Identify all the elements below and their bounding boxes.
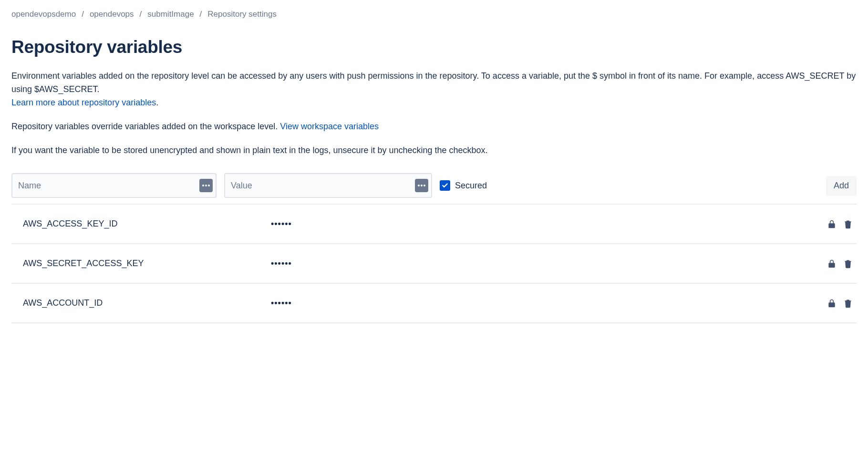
description-unsecure: If you want the variable to be stored un…	[11, 144, 857, 157]
variables-list: AWS_ACCESS_KEY_ID••••••AWS_SECRET_ACCESS…	[11, 205, 857, 323]
variable-row: AWS_SECRET_ACCESS_KEY••••••	[11, 244, 857, 284]
add-variable-form: Secured Add	[11, 167, 857, 205]
variable-name: AWS_SECRET_ACCESS_KEY	[23, 258, 271, 268]
description-intro: Environment variables added on the repos…	[11, 70, 857, 110]
breadcrumb-item[interactable]: submitImage	[147, 10, 194, 19]
trash-icon[interactable]	[843, 219, 853, 229]
variable-value-masked: ••••••	[271, 258, 827, 268]
learn-more-link[interactable]: Learn more about repository variables	[11, 98, 156, 107]
trash-icon[interactable]	[843, 259, 853, 268]
name-field-wrap	[11, 173, 217, 198]
trash-icon[interactable]	[843, 299, 853, 308]
secured-checkbox[interactable]	[440, 180, 450, 191]
variable-row: AWS_ACCESS_KEY_ID••••••	[11, 205, 857, 244]
view-workspace-variables-link[interactable]: View workspace variables	[280, 122, 379, 131]
breadcrumb: opendevopsdemo / opendevops / submitImag…	[11, 10, 857, 19]
lock-icon[interactable]	[827, 299, 837, 308]
breadcrumb-item[interactable]: Repository settings	[207, 10, 277, 19]
secured-label: Secured	[455, 181, 487, 191]
variable-name: AWS_ACCOUNT_ID	[23, 298, 271, 308]
breadcrumb-item[interactable]: opendevopsdemo	[11, 10, 76, 19]
breadcrumb-separator: /	[200, 10, 202, 19]
variable-actions	[827, 259, 857, 268]
variable-name: AWS_ACCESS_KEY_ID	[23, 219, 271, 229]
description-text: Environment variables added on the repos…	[11, 71, 856, 94]
breadcrumb-separator: /	[82, 10, 84, 19]
secured-checkbox-wrap: Secured	[440, 180, 487, 191]
variable-actions	[827, 219, 857, 229]
breadcrumb-item[interactable]: opendevops	[90, 10, 134, 19]
value-input[interactable]	[224, 173, 432, 198]
name-password-manager-icon[interactable]	[199, 179, 213, 192]
variable-value-masked: ••••••	[271, 298, 827, 308]
variable-value-masked: ••••••	[271, 219, 827, 229]
description-text: Repository variables override variables …	[11, 122, 280, 131]
value-field-wrap	[224, 173, 432, 198]
breadcrumb-separator: /	[140, 10, 142, 19]
add-button[interactable]: Add	[826, 176, 857, 196]
page-title: Repository variables	[11, 37, 857, 57]
variable-actions	[827, 299, 857, 308]
variable-row: AWS_ACCOUNT_ID••••••	[11, 284, 857, 323]
value-password-manager-icon[interactable]	[415, 179, 428, 192]
lock-icon[interactable]	[827, 219, 837, 229]
description-override: Repository variables override variables …	[11, 120, 857, 134]
name-input[interactable]	[11, 173, 217, 198]
lock-icon[interactable]	[827, 259, 837, 268]
